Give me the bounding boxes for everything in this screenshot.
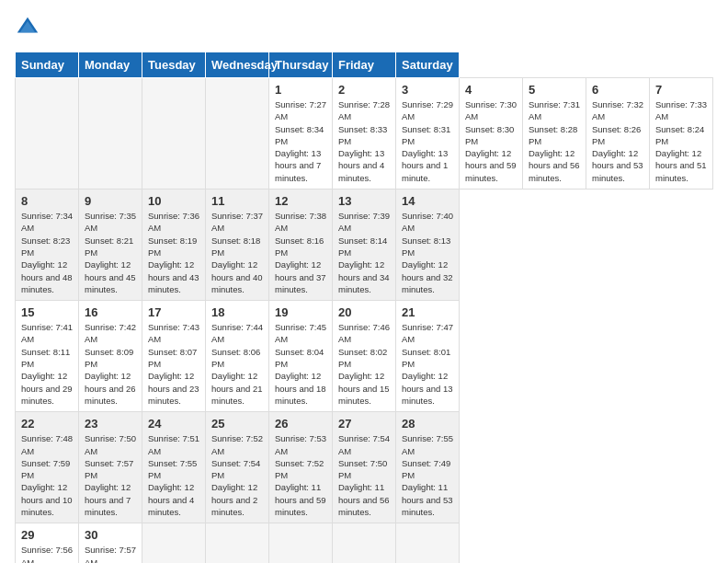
day-info: Sunrise: 7:33 AM Sunset: 8:24 PM Dayligh…: [655, 98, 707, 184]
calendar-cell: 11 Sunrise: 7:37 AM Sunset: 8:18 PM Dayl…: [206, 190, 269, 301]
calendar-cell: 3 Sunrise: 7:29 AM Sunset: 8:31 PM Dayli…: [396, 78, 460, 190]
day-number: 19: [275, 305, 326, 319]
day-info: Sunrise: 7:41 AM Sunset: 8:11 PM Dayligh…: [21, 321, 73, 407]
day-number: 3: [402, 83, 453, 97]
calendar-cell: 16 Sunrise: 7:42 AM Sunset: 8:09 PM Dayl…: [79, 301, 142, 412]
day-info: Sunrise: 7:36 AM Sunset: 8:19 PM Dayligh…: [148, 210, 199, 295]
day-number: 18: [211, 305, 263, 319]
day-number: 16: [85, 305, 136, 319]
calendar-cell: 7 Sunrise: 7:33 AM Sunset: 8:24 PM Dayli…: [650, 78, 713, 190]
calendar-cell: 19 Sunrise: 7:45 AM Sunset: 8:04 PM Dayl…: [269, 301, 333, 412]
weekday-friday: Friday: [333, 52, 396, 78]
weekday-monday: Monday: [79, 52, 142, 78]
day-info: Sunrise: 7:32 AM Sunset: 8:26 PM Dayligh…: [592, 98, 643, 184]
calendar-cell: 24 Sunrise: 7:51 AM Sunset: 7:55 PM Dayl…: [142, 412, 206, 523]
day-number: 9: [85, 194, 136, 208]
day-number: 12: [275, 194, 326, 208]
day-info: Sunrise: 7:40 AM Sunset: 8:13 PM Dayligh…: [402, 210, 453, 295]
calendar-cell: 29 Sunrise: 7:56 AM Sunset: 7:47 PM Dayl…: [16, 523, 79, 563]
calendar-cell: 18 Sunrise: 7:44 AM Sunset: 8:06 PM Dayl…: [206, 301, 269, 412]
day-number: 4: [465, 83, 517, 97]
calendar-cell: [206, 523, 269, 563]
calendar-cell: 22 Sunrise: 7:48 AM Sunset: 7:59 PM Dayl…: [16, 412, 79, 523]
calendar-cell: 2 Sunrise: 7:28 AM Sunset: 8:33 PM Dayli…: [333, 78, 396, 190]
calendar-cell: 20 Sunrise: 7:46 AM Sunset: 8:02 PM Dayl…: [333, 301, 396, 412]
calendar-cell: 15 Sunrise: 7:41 AM Sunset: 8:11 PM Dayl…: [16, 301, 79, 412]
day-number: 8: [21, 194, 73, 208]
calendar-cell: 12 Sunrise: 7:38 AM Sunset: 8:16 PM Dayl…: [269, 190, 333, 301]
page-header: [15, 15, 713, 40]
day-info: Sunrise: 7:55 AM Sunset: 7:49 PM Dayligh…: [402, 432, 453, 518]
day-number: 28: [402, 417, 453, 431]
calendar-cell: [79, 78, 142, 190]
day-info: Sunrise: 7:35 AM Sunset: 8:21 PM Dayligh…: [85, 210, 136, 295]
calendar-cell: 25 Sunrise: 7:52 AM Sunset: 7:54 PM Dayl…: [206, 412, 269, 523]
day-info: Sunrise: 7:28 AM Sunset: 8:33 PM Dayligh…: [338, 98, 390, 184]
calendar-cell: 9 Sunrise: 7:35 AM Sunset: 8:21 PM Dayli…: [79, 190, 142, 301]
weekday-header-row: SundayMondayTuesdayWednesdayThursdayFrid…: [16, 52, 713, 78]
day-info: Sunrise: 7:43 AM Sunset: 8:07 PM Dayligh…: [148, 321, 199, 407]
logo: [15, 15, 44, 40]
calendar-cell: 1 Sunrise: 7:27 AM Sunset: 8:34 PM Dayli…: [269, 78, 333, 190]
day-number: 5: [529, 83, 580, 97]
calendar-cell: [16, 78, 79, 190]
calendar-cell: 13 Sunrise: 7:39 AM Sunset: 8:14 PM Dayl…: [333, 190, 396, 301]
day-info: Sunrise: 7:31 AM Sunset: 8:28 PM Dayligh…: [529, 98, 580, 184]
weekday-tuesday: Tuesday: [142, 52, 206, 78]
calendar-cell: 6 Sunrise: 7:32 AM Sunset: 8:26 PM Dayli…: [586, 78, 650, 190]
weekday-saturday: Saturday: [396, 52, 460, 78]
day-number: 22: [21, 417, 73, 431]
day-info: Sunrise: 7:45 AM Sunset: 8:04 PM Dayligh…: [275, 321, 326, 407]
day-number: 21: [402, 305, 453, 319]
day-number: 14: [402, 194, 453, 208]
day-number: 29: [21, 528, 73, 542]
calendar-cell: 28 Sunrise: 7:55 AM Sunset: 7:49 PM Dayl…: [396, 412, 460, 523]
calendar-cell: 10 Sunrise: 7:36 AM Sunset: 8:19 PM Dayl…: [142, 190, 206, 301]
weekday-sunday: Sunday: [16, 52, 79, 78]
week-row-1: 1 Sunrise: 7:27 AM Sunset: 8:34 PM Dayli…: [16, 78, 713, 190]
day-info: Sunrise: 7:51 AM Sunset: 7:55 PM Dayligh…: [148, 432, 199, 518]
calendar-cell: [206, 78, 269, 190]
calendar-cell: 30 Sunrise: 7:57 AM Sunset: 7:45 PM Dayl…: [79, 523, 142, 563]
calendar-cell: [269, 523, 333, 563]
week-row-4: 22 Sunrise: 7:48 AM Sunset: 7:59 PM Dayl…: [16, 412, 713, 523]
day-number: 27: [338, 417, 390, 431]
calendar-cell: 5 Sunrise: 7:31 AM Sunset: 8:28 PM Dayli…: [523, 78, 586, 190]
day-number: 11: [211, 194, 263, 208]
calendar-cell: [142, 523, 206, 563]
day-number: 30: [85, 528, 136, 542]
day-info: Sunrise: 7:50 AM Sunset: 7:57 PM Dayligh…: [85, 432, 136, 518]
day-info: Sunrise: 7:57 AM Sunset: 7:45 PM Dayligh…: [85, 544, 136, 563]
day-number: 23: [85, 417, 136, 431]
day-number: 25: [211, 417, 263, 431]
day-number: 17: [148, 305, 199, 319]
day-number: 20: [338, 305, 390, 319]
day-info: Sunrise: 7:54 AM Sunset: 7:50 PM Dayligh…: [338, 432, 390, 518]
day-number: 2: [338, 83, 390, 97]
day-number: 26: [275, 417, 326, 431]
weekday-wednesday: Wednesday: [206, 52, 269, 78]
weekday-thursday: Thursday: [269, 52, 333, 78]
day-info: Sunrise: 7:56 AM Sunset: 7:47 PM Dayligh…: [21, 544, 73, 563]
day-number: 6: [592, 83, 643, 97]
week-row-5: 29 Sunrise: 7:56 AM Sunset: 7:47 PM Dayl…: [16, 523, 713, 563]
day-info: Sunrise: 7:27 AM Sunset: 8:34 PM Dayligh…: [275, 98, 326, 184]
day-number: 10: [148, 194, 199, 208]
calendar-cell: [396, 523, 460, 563]
day-info: Sunrise: 7:38 AM Sunset: 8:16 PM Dayligh…: [275, 210, 326, 295]
day-info: Sunrise: 7:29 AM Sunset: 8:31 PM Dayligh…: [402, 98, 453, 184]
calendar-body: 1 Sunrise: 7:27 AM Sunset: 8:34 PM Dayli…: [16, 78, 713, 564]
calendar-cell: 23 Sunrise: 7:50 AM Sunset: 7:57 PM Dayl…: [79, 412, 142, 523]
day-info: Sunrise: 7:53 AM Sunset: 7:52 PM Dayligh…: [275, 432, 326, 518]
calendar-cell: [142, 78, 206, 190]
day-number: 24: [148, 417, 199, 431]
week-row-2: 8 Sunrise: 7:34 AM Sunset: 8:23 PM Dayli…: [16, 190, 713, 301]
logo-icon: [15, 15, 40, 40]
day-number: 13: [338, 194, 390, 208]
day-number: 15: [21, 305, 73, 319]
day-info: Sunrise: 7:46 AM Sunset: 8:02 PM Dayligh…: [338, 321, 390, 407]
calendar-cell: 4 Sunrise: 7:30 AM Sunset: 8:30 PM Dayli…: [460, 78, 523, 190]
day-info: Sunrise: 7:30 AM Sunset: 8:30 PM Dayligh…: [465, 98, 517, 184]
day-number: 7: [655, 83, 707, 97]
calendar-cell: 21 Sunrise: 7:47 AM Sunset: 8:01 PM Dayl…: [396, 301, 460, 412]
